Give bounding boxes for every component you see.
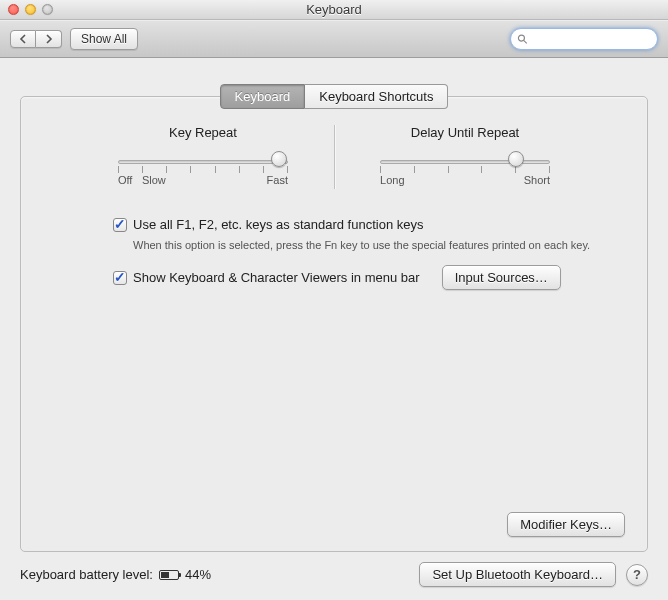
fn-keys-row: Use all F1, F2, etc. keys as standard fu… [113, 217, 621, 232]
back-button[interactable] [10, 30, 36, 48]
tab-keyboard[interactable]: Keyboard [220, 84, 306, 109]
chevron-right-icon [44, 34, 54, 44]
settings-panel: Key Repeat Off Slow Fast [20, 96, 648, 552]
title-bar: Keyboard [0, 0, 668, 20]
toolbar: Show All [0, 20, 668, 58]
svg-point-0 [518, 35, 524, 41]
nav-group [10, 30, 62, 48]
delay-until-repeat-block: Delay Until Repeat Long Short [345, 125, 586, 189]
delay-until-repeat-knob[interactable] [508, 151, 524, 167]
key-repeat-max-label: Fast [267, 174, 288, 186]
key-repeat-near-min-label: Slow [142, 174, 166, 186]
help-icon: ? [633, 567, 641, 582]
battery-label: Keyboard battery level: [20, 567, 153, 582]
svg-line-1 [524, 40, 527, 43]
viewers-checkbox[interactable] [113, 271, 127, 285]
search-icon [517, 33, 528, 45]
chevron-left-icon [18, 34, 28, 44]
viewers-label: Show Keyboard & Character Viewers in men… [133, 270, 420, 285]
bottom-bar: Keyboard battery level: 44% Set Up Bluet… [20, 562, 648, 587]
delay-min-label: Long [380, 174, 404, 186]
vertical-separator [334, 125, 335, 189]
zoom-window-button[interactable] [42, 4, 53, 15]
modifier-keys-button[interactable]: Modifier Keys… [507, 512, 625, 537]
battery-icon [159, 570, 179, 580]
delay-max-label: Short [524, 174, 550, 186]
tab-keyboard-shortcuts[interactable]: Keyboard Shortcuts [305, 84, 448, 109]
help-button[interactable]: ? [626, 564, 648, 586]
main-area: Keyboard Keyboard Shortcuts Key Repeat O… [0, 58, 668, 600]
setup-bluetooth-keyboard-button[interactable]: Set Up Bluetooth Keyboard… [419, 562, 616, 587]
close-window-button[interactable] [8, 4, 19, 15]
battery-status: Keyboard battery level: 44% [20, 567, 211, 582]
key-repeat-min-label: Off [118, 174, 132, 186]
search-field[interactable] [510, 28, 658, 50]
key-repeat-block: Key Repeat Off Slow Fast [82, 125, 323, 189]
forward-button[interactable] [36, 30, 62, 48]
window-title: Keyboard [306, 2, 362, 17]
key-repeat-knob[interactable] [271, 151, 287, 167]
key-repeat-label: Key Repeat [169, 125, 237, 140]
tab-bar: Keyboard Keyboard Shortcuts [0, 84, 668, 109]
search-input[interactable] [532, 31, 651, 47]
fn-keys-checkbox[interactable] [113, 218, 127, 232]
fn-keys-label: Use all F1, F2, etc. keys as standard fu… [133, 217, 423, 232]
show-all-button[interactable]: Show All [70, 28, 138, 50]
battery-percent: 44% [185, 567, 211, 582]
fn-keys-subtext: When this option is selected, press the … [133, 238, 621, 253]
minimize-window-button[interactable] [25, 4, 36, 15]
delay-until-repeat-slider[interactable]: Long Short [380, 154, 550, 182]
key-repeat-slider[interactable]: Off Slow Fast [118, 154, 288, 182]
delay-until-repeat-label: Delay Until Repeat [411, 125, 519, 140]
input-sources-button[interactable]: Input Sources… [442, 265, 561, 290]
viewers-row: Show Keyboard & Character Viewers in men… [113, 265, 621, 290]
